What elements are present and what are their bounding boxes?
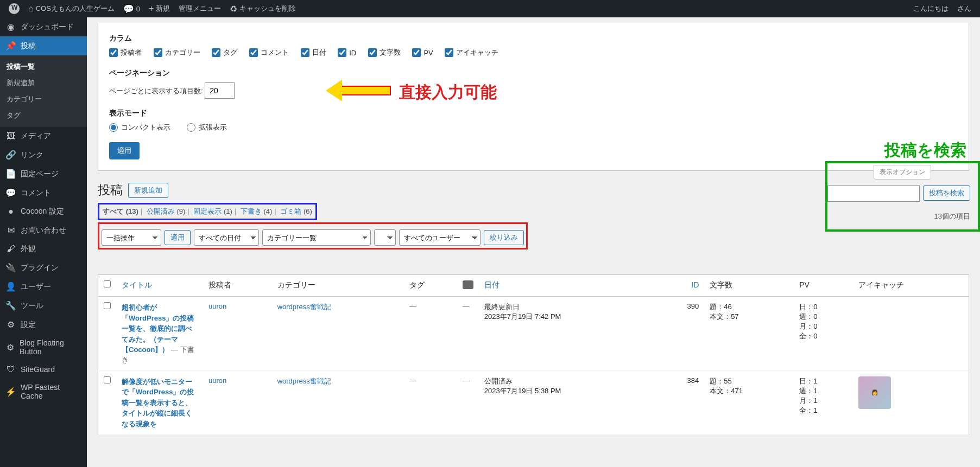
- link-icon: 🔗: [5, 150, 16, 160]
- select-all-checkbox[interactable]: [104, 280, 111, 287]
- menu-users[interactable]: 👤ユーザー: [0, 277, 87, 296]
- user-filter-select[interactable]: すべてのユーザー: [399, 229, 480, 246]
- filter-sticky[interactable]: 固定表示 (1): [193, 207, 232, 215]
- menu-tools[interactable]: 🔧ツール: [0, 296, 87, 315]
- col-header-chars: 文字数: [704, 275, 794, 297]
- post-chars: 題：55本文：471: [704, 370, 794, 435]
- menu-posts[interactable]: 📌投稿: [0, 36, 87, 55]
- cache-icon: ⚡: [5, 387, 16, 397]
- post-category-link[interactable]: wordpress奮戦記: [277, 303, 331, 311]
- col-comment-checkbox[interactable]: コメント: [249, 48, 289, 57]
- menu-contact[interactable]: ✉お問い合わせ: [0, 221, 87, 240]
- post-pv: 日：0週：0月：0全：0: [794, 297, 853, 371]
- menu-blog-floating[interactable]: ⚙Blog Floating Button: [0, 334, 87, 360]
- col-pv-checkbox[interactable]: PV: [412, 48, 433, 57]
- col-header-id[interactable]: ID: [691, 280, 699, 289]
- comment-icon: 💬: [123, 4, 134, 14]
- row-checkbox[interactable]: [104, 302, 111, 309]
- col-header-date[interactable]: 日付: [484, 280, 500, 289]
- admin-menu-link[interactable]: 管理メニュー: [174, 0, 225, 17]
- wordpress-logo-icon: [9, 3, 20, 14]
- row-checkbox[interactable]: [104, 376, 111, 383]
- gear-icon: ⚙: [5, 342, 15, 353]
- col-id-checkbox[interactable]: ID: [338, 48, 356, 57]
- add-new-button[interactable]: 新規追加: [128, 183, 168, 198]
- menu-wpfc[interactable]: ⚡WP Fastest Cache: [0, 379, 87, 405]
- compact-radio[interactable]: コンパクト表示: [109, 123, 170, 132]
- search-input[interactable]: [827, 185, 920, 202]
- col-header-author: 投稿者: [203, 275, 272, 297]
- menu-cocoon[interactable]: ●Cocoon 設定: [0, 202, 87, 221]
- submenu-posts-new[interactable]: 新規追加: [0, 75, 87, 91]
- post-tag: —: [409, 302, 416, 310]
- comments-link[interactable]: 💬0: [119, 0, 144, 17]
- menu-appearance[interactable]: 🖌外観: [0, 240, 87, 258]
- site-name-link[interactable]: ⌂COSえもんの人生ゲーム: [24, 0, 119, 17]
- per-page-input[interactable]: [205, 82, 235, 99]
- screen-options-apply-button[interactable]: 適用: [109, 142, 140, 159]
- menu-media[interactable]: 🖼メディア: [0, 127, 87, 145]
- post-thumb-cell: 👩: [853, 370, 969, 435]
- menu-siteguard[interactable]: 🛡SiteGuard: [0, 360, 87, 379]
- post-pv: 日：1週：1月：1全：1: [794, 370, 853, 435]
- post-author-link[interactable]: uuron: [208, 376, 226, 385]
- menu-pages[interactable]: 📄固定ページ: [0, 164, 87, 183]
- col-author-checkbox[interactable]: 投稿者: [109, 48, 142, 57]
- mail-icon: ✉: [5, 225, 16, 235]
- post-category-link[interactable]: wordpress奮戦記: [277, 377, 331, 385]
- new-content-link[interactable]: +新規: [144, 0, 174, 17]
- col-date-checkbox[interactable]: 日付: [301, 48, 326, 57]
- per-page-label: ページごとに表示する項目数:: [109, 87, 203, 95]
- col-chars-checkbox[interactable]: 文字数: [368, 48, 401, 57]
- col-header-tag: タグ: [404, 275, 457, 297]
- submenu-posts-category[interactable]: カテゴリー: [0, 91, 87, 107]
- cocoon-icon: ●: [5, 207, 16, 216]
- comment-header-icon: [463, 280, 473, 289]
- search-button[interactable]: 投稿を検索: [923, 185, 970, 201]
- bulk-apply-button[interactable]: 適用: [165, 230, 191, 245]
- cache-delete-link[interactable]: ♻キャッシュを削除: [225, 0, 300, 17]
- user-menu[interactable]: さん: [953, 0, 976, 17]
- col-tag-checkbox[interactable]: タグ: [212, 48, 237, 57]
- menu-dashboard[interactable]: ◉ダッシュボード: [0, 17, 87, 36]
- annotation-direct-input: 直接入力可能: [399, 81, 497, 104]
- table-row: 超初心者が「WordPress」の投稿一覧を、徹底的に調べてみた。（テーマ【Co…: [98, 297, 969, 371]
- col-category-checkbox[interactable]: カテゴリー: [154, 48, 200, 57]
- filter-trash[interactable]: ゴミ箱 (6): [280, 207, 312, 215]
- post-comment: —: [463, 376, 470, 385]
- submenu-posts: 投稿一覧 新規追加 カテゴリー タグ: [0, 55, 87, 127]
- menu-comments[interactable]: 💬コメント: [0, 183, 87, 202]
- category-filter-select[interactable]: カテゴリー一覧: [262, 229, 371, 246]
- submenu-posts-list[interactable]: 投稿一覧: [0, 59, 87, 75]
- col-header-eyecatch: アイキャッチ: [853, 275, 969, 297]
- bulk-action-select[interactable]: 一括操作: [102, 229, 161, 246]
- filter-draft[interactable]: 下書き (4): [241, 207, 273, 215]
- display-options-tab[interactable]: 表示オプション: [874, 165, 931, 180]
- expanded-radio[interactable]: 拡張表示: [187, 123, 227, 132]
- date-filter-select[interactable]: すべての日付: [194, 229, 259, 246]
- table-row: 解像度が低いモニターで「WordPress」の投稿一覧を表示すると、タイトルが縦…: [98, 370, 969, 435]
- item-count: 13個の項目: [934, 212, 970, 221]
- menu-settings[interactable]: ⚙設定: [0, 315, 87, 334]
- menu-plugins[interactable]: 🔌プラグイン: [0, 258, 87, 277]
- extra-filter-select[interactable]: [374, 229, 396, 246]
- site-name: COSえもんの人生ゲーム: [36, 4, 115, 14]
- menu-links[interactable]: 🔗リンク: [0, 145, 87, 164]
- admin-bar: ⌂COSえもんの人生ゲーム 💬0 +新規 管理メニュー ♻キャッシュを削除 こん…: [0, 0, 980, 17]
- filter-all[interactable]: すべて (13): [103, 207, 138, 215]
- plus-icon: +: [149, 4, 154, 14]
- filter-published[interactable]: 公開済み (9): [147, 207, 186, 215]
- sliders-icon: ⚙: [5, 319, 16, 330]
- post-author-link[interactable]: uuron: [208, 302, 226, 310]
- dashboard-icon: ◉: [5, 22, 16, 32]
- narrow-button[interactable]: 絞り込み: [484, 230, 524, 245]
- post-id: 390: [658, 297, 704, 371]
- wp-logo-menu[interactable]: [4, 0, 24, 17]
- wrench-icon: 🔧: [5, 300, 16, 311]
- post-id: 384: [658, 370, 704, 435]
- col-header-title[interactable]: タイトル: [122, 280, 152, 289]
- filter-bar-container: 一括操作 適用 すべての日付 カテゴリー一覧 すべてのユーザー 絞り込み: [98, 222, 528, 250]
- post-title-link[interactable]: 解像度が低いモニターで「WordPress」の投稿一覧を表示すると、タイトルが縦…: [122, 378, 194, 428]
- col-eyecatch-checkbox[interactable]: アイキャッチ: [445, 48, 498, 57]
- submenu-posts-tag[interactable]: タグ: [0, 107, 87, 124]
